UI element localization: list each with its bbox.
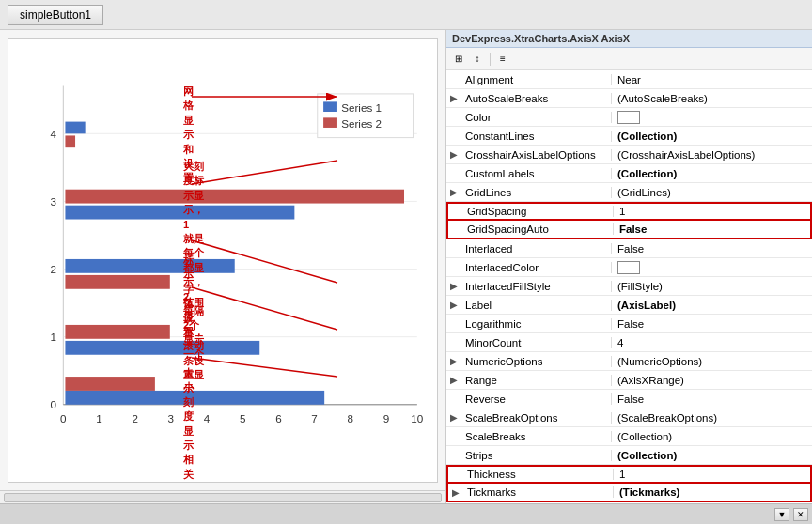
prop-row-scalebreakopt[interactable]: ▶ ScaleBreakOptions (ScaleBreakOptions) <box>446 408 812 427</box>
prop-row-thickness[interactable]: Thickness 1 <box>446 465 812 484</box>
prop-row-label[interactable]: ▶ Label (AxisLabel) <box>446 296 812 315</box>
svg-rect-34 <box>318 94 414 138</box>
prop-row-autoscalebreaks[interactable]: ▶ AutoScaleBreaks (AutoScaleBreaks) <box>446 89 812 108</box>
prop-row-reverse[interactable]: Reverse False <box>446 390 812 408</box>
prop-expander-interlacedfillstyle[interactable]: ▶ <box>446 277 461 295</box>
prop-name-reverse: Reverse <box>461 393 612 405</box>
prop-name-tickmarks: Tickmarks <box>463 486 614 498</box>
prop-expander-label[interactable]: ▶ <box>446 296 461 314</box>
prop-value-scalebreaks[interactable]: (Collection) <box>612 431 812 442</box>
prop-value-gridspacing[interactable]: 1 <box>614 206 810 217</box>
prop-name-minorcount: MinorCount <box>461 337 612 348</box>
prop-row-numericoptions[interactable]: ▶ NumericOptions (NumericOptions) <box>446 352 812 371</box>
prop-value-interlaced[interactable]: False <box>612 243 812 254</box>
prop-name-color: Color <box>461 112 612 123</box>
svg-text:4: 4 <box>50 128 56 140</box>
color-swatch-interlaced <box>617 261 640 274</box>
prop-row-interlaced[interactable]: Interlaced False <box>446 239 812 258</box>
prop-name-numericoptions: NumericOptions <box>461 356 612 367</box>
svg-rect-32 <box>65 377 154 391</box>
prop-value-alignment[interactable]: Near <box>612 74 812 85</box>
svg-text:7: 7 <box>311 412 317 424</box>
sort-categorized-btn[interactable]: ⊞ <box>450 51 467 68</box>
prop-name-logarithmic: Logarithmic <box>461 318 612 330</box>
prop-expander-crosshair[interactable]: ▶ <box>446 146 461 163</box>
prop-row-interlacedcolor[interactable]: InterlacedColor <box>446 258 812 277</box>
prop-name-interlacedcolor: InterlacedColor <box>461 262 612 273</box>
prop-name-gridspacingauto: GridSpacingAuto <box>463 223 614 235</box>
prop-value-crosshair[interactable]: (CrosshairAxisLabelOptions) <box>612 149 812 161</box>
prop-name-alignment: Alignment <box>461 74 612 85</box>
properties-panel: DevExpress.XtraCharts.AxisX AxisX ⊞ ↕ ≡ … <box>446 30 812 503</box>
sort-alpha-btn[interactable]: ↕ <box>469 51 486 68</box>
svg-rect-35 <box>323 101 337 112</box>
prop-value-numericoptions[interactable]: (NumericOptions) <box>612 356 812 367</box>
prop-value-strips[interactable]: (Collection) <box>612 450 812 461</box>
props-table[interactable]: Alignment Near ▶ AutoScaleBreaks (AutoSc… <box>446 70 812 503</box>
svg-rect-29 <box>65 275 169 289</box>
prop-expander-range[interactable]: ▶ <box>446 371 461 389</box>
prop-row-color[interactable]: Color <box>446 108 812 127</box>
prop-value-scalebreakopt[interactable]: (ScaleBreakOptions) <box>612 412 812 424</box>
svg-text:8: 8 <box>347 412 352 424</box>
prop-row-customlabels[interactable]: CustomLabels (Collection) <box>446 164 812 183</box>
svg-text:Series 2: Series 2 <box>341 117 382 130</box>
prop-value-label[interactable]: (AxisLabel) <box>612 300 812 311</box>
svg-text:3: 3 <box>168 412 174 424</box>
prop-value-reverse[interactable]: False <box>612 393 812 405</box>
props-page-btn[interactable]: ≡ <box>494 51 511 68</box>
close-btn[interactable]: ✕ <box>793 508 808 521</box>
prop-row-scalebreaks[interactable]: ScaleBreaks (Collection) <box>446 427 812 446</box>
prop-value-logarithmic[interactable]: False <box>612 318 812 330</box>
prop-value-color[interactable] <box>612 111 812 124</box>
props-header: DevExpress.XtraCharts.AxisX AxisX <box>446 30 812 48</box>
left-panel: 0 1 2 3 4 0 1 2 3 4 5 6 7 8 9 10 <box>0 30 446 503</box>
svg-rect-31 <box>65 341 259 355</box>
prop-row-range[interactable]: ▶ Range (AxisXRange) <box>446 371 812 390</box>
prop-value-range[interactable]: (AxisXRange) <box>612 375 812 386</box>
prop-row-crosshair[interactable]: ▶ CrosshairAxisLabelOptions (CrosshairAx… <box>446 146 812 164</box>
prop-row-tickmarks[interactable]: ▶ Tickmarks (Tickmarks) <box>446 484 812 502</box>
prop-expander-logarithmic <box>446 315 461 332</box>
prop-value-thickness[interactable]: 1 <box>614 469 810 480</box>
prop-expander-gridspacingauto <box>448 221 463 238</box>
prop-name-crosshair: CrosshairAxisLabelOptions <box>461 149 612 161</box>
chart-svg: 0 1 2 3 4 0 1 2 3 4 5 6 7 8 9 10 <box>8 39 437 482</box>
prop-row-strips[interactable]: Strips (Collection) <box>446 446 812 465</box>
prop-row-minorcount[interactable]: MinorCount 4 <box>446 333 812 352</box>
prop-expander-scalebreakopt[interactable]: ▶ <box>446 408 461 426</box>
svg-rect-37 <box>323 117 337 128</box>
horizontal-scrollbar-area <box>0 490 445 503</box>
prop-value-gridlines[interactable]: (GridLines) <box>612 187 812 198</box>
prop-row-gridspacing[interactable]: GridSpacing 1 <box>446 202 812 221</box>
prop-value-constantlines[interactable]: (Collection) <box>612 131 812 142</box>
simple-button[interactable]: simpleButton1 <box>8 5 103 25</box>
auto-hide-btn[interactable]: ▼ <box>774 508 789 521</box>
horizontal-scrollbar[interactable] <box>4 493 442 502</box>
prop-expander-tickmarks[interactable]: ▶ <box>448 484 463 501</box>
prop-value-gridspacingauto[interactable]: False <box>614 223 810 235</box>
prop-name-strips: Strips <box>461 450 612 461</box>
prop-value-interlacedfillstyle[interactable]: (FillStyle) <box>612 281 812 292</box>
prop-expander-autoscalebreaks[interactable]: ▶ <box>446 89 461 107</box>
props-toolbar: ⊞ ↕ ≡ <box>446 48 812 70</box>
prop-row-constantlines[interactable]: ConstantLines (Collection) <box>446 127 812 146</box>
prop-value-interlacedcolor[interactable] <box>612 261 812 274</box>
color-swatch-color <box>617 111 640 124</box>
prop-value-customlabels[interactable]: (Collection) <box>612 168 812 179</box>
prop-expander-numericoptions[interactable]: ▶ <box>446 352 461 370</box>
prop-row-alignment[interactable]: Alignment Near <box>446 70 812 89</box>
svg-rect-24 <box>65 122 85 134</box>
prop-expander-gridlines[interactable]: ▶ <box>446 183 461 201</box>
svg-rect-25 <box>65 135 75 147</box>
prop-row-gridspacingauto[interactable]: GridSpacingAuto False <box>446 221 812 239</box>
prop-value-minorcount[interactable]: 4 <box>612 337 812 348</box>
prop-value-autoscalebreaks[interactable]: (AutoScaleBreaks) <box>612 93 812 104</box>
prop-row-interlacedfillstyle[interactable]: ▶ InterlacedFillStyle (FillStyle) <box>446 277 812 296</box>
prop-value-tickmarks[interactable]: (Tickmarks) <box>614 486 810 498</box>
prop-expander-thickness <box>448 467 463 482</box>
prop-row-logarithmic[interactable]: Logarithmic False <box>446 315 812 333</box>
prop-row-gridlines[interactable]: ▶ GridLines (GridLines) <box>446 183 812 202</box>
toolbar-separator <box>490 53 491 66</box>
prop-expander-strips <box>446 446 461 464</box>
